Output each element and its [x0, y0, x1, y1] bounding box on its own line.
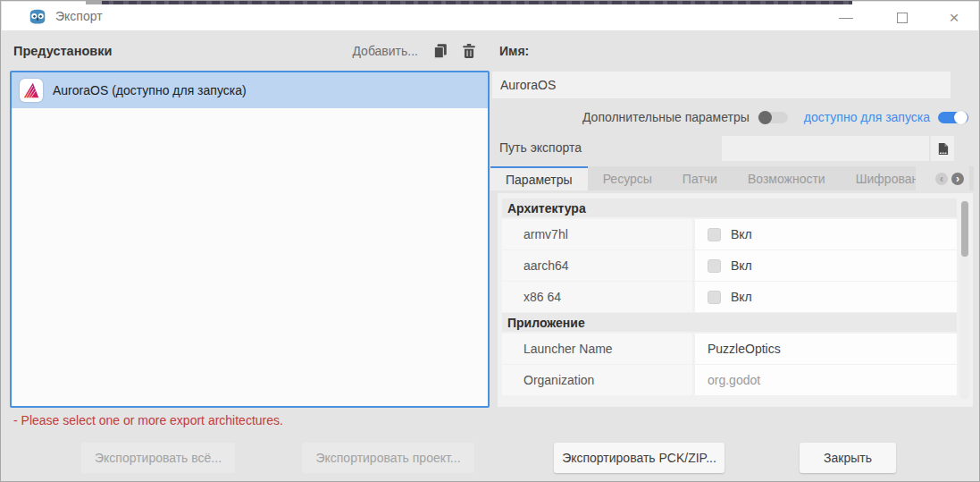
- export-path-input[interactable]: [722, 136, 929, 161]
- add-preset-button[interactable]: Добавить...: [352, 44, 418, 58]
- file-dialog-icon[interactable]: [931, 136, 954, 161]
- settings-scrollbar[interactable]: [960, 199, 969, 400]
- setting-row-x86-64: x86 64 Вкл: [502, 282, 957, 312]
- settings-panel: Архитектура armv7hl Вкл aarch64 Вкл x86 …: [498, 193, 973, 407]
- section-architecture: Архитектура: [502, 199, 957, 217]
- export-all-button[interactable]: Экспортировать всё...: [81, 443, 235, 473]
- close-button[interactable]: Закрыть: [800, 443, 896, 473]
- auroraos-logo-icon: [20, 79, 43, 102]
- setting-row-armv7hl: armv7hl Вкл: [502, 219, 957, 249]
- tab-bar: Параметры Ресурсы Патчи Возможности Шифр…: [490, 166, 974, 190]
- setting-label: aarch64: [502, 250, 692, 281]
- checkbox-label: Вкл: [731, 227, 752, 241]
- setting-label: armv7hl: [502, 219, 692, 249]
- setting-row-launcher-name: Launcher Name PuzzleOptics: [502, 334, 957, 364]
- tab-scroll-right-icon[interactable]: ›: [951, 173, 964, 185]
- runnable-label[interactable]: доступно для запуска: [804, 110, 930, 124]
- close-icon[interactable]: ×: [944, 11, 964, 25]
- checkbox-label: Вкл: [731, 258, 752, 273]
- scrollbar-thumb[interactable]: [961, 201, 968, 257]
- setting-label: x86 64: [502, 282, 692, 312]
- setting-value: Вкл: [695, 219, 957, 249]
- tab-parameters[interactable]: Параметры: [490, 166, 588, 190]
- export-path-label: Путь экспорта: [499, 140, 582, 155]
- setting-value: Вкл: [695, 282, 957, 312]
- dialog-title: Экспорт: [55, 9, 103, 23]
- tab-patches[interactable]: Патчи: [667, 166, 733, 190]
- presets-header: Предустановки Добавить...: [10, 37, 490, 65]
- preset-name-input[interactable]: [492, 72, 951, 98]
- launcher-name-value[interactable]: PuzzleOptics: [695, 334, 957, 364]
- setting-row-organization: Organization org.godot: [502, 365, 957, 395]
- name-label: Имя:: [499, 44, 529, 58]
- presets-title: Предустановки: [13, 44, 112, 58]
- checkbox-armv7hl[interactable]: [708, 228, 721, 241]
- preset-item-label: AuroraOS (доступно для запуска): [53, 83, 247, 97]
- runnable-toggle[interactable]: [938, 112, 968, 123]
- minimize-icon[interactable]: [836, 11, 856, 25]
- setting-row-aarch64: aarch64 Вкл: [502, 250, 957, 281]
- checkbox-label: Вкл: [731, 290, 752, 304]
- setting-value: Вкл: [695, 250, 957, 281]
- section-application: Приложение: [502, 313, 957, 332]
- checkbox-aarch64[interactable]: [708, 259, 721, 273]
- titlebar: Экспорт ×: [2, 2, 978, 30]
- tab-scroll-arrows: ‹ ›: [916, 166, 969, 190]
- preset-item-auroraos[interactable]: AuroraOS (доступно для запуска): [12, 72, 488, 108]
- setting-label: Launcher Name: [502, 334, 692, 364]
- tab-features[interactable]: Возможности: [733, 166, 841, 190]
- preset-list: AuroraOS (доступно для запуска): [10, 71, 490, 408]
- tab-resources[interactable]: Ресурсы: [588, 166, 667, 190]
- duplicate-icon[interactable]: [432, 43, 448, 59]
- maximize-icon[interactable]: [893, 11, 911, 25]
- background-app-strip: [86, 1, 852, 4]
- setting-label: Organization: [502, 365, 692, 395]
- toggles-row: Дополнительные параметры доступно для за…: [492, 105, 968, 130]
- organization-value[interactable]: org.godot: [695, 365, 957, 395]
- export-project-button[interactable]: Экспортировать проект...: [302, 443, 474, 473]
- tab-scroll-left-icon[interactable]: ‹: [935, 173, 948, 185]
- export-dialog: Экспорт × Предустановки Добавить...: [0, 0, 980, 482]
- checkbox-x86-64[interactable]: [708, 291, 721, 304]
- advanced-options-label: Дополнительные параметры: [582, 110, 750, 124]
- export-pck-zip-button[interactable]: Экспортировать PCK/ZIP...: [554, 443, 725, 473]
- advanced-options-toggle[interactable]: [758, 112, 788, 123]
- godot-logo-icon: [28, 7, 47, 27]
- trash-icon[interactable]: [461, 43, 477, 59]
- export-error-message: - Please select one or more export archi…: [13, 413, 283, 427]
